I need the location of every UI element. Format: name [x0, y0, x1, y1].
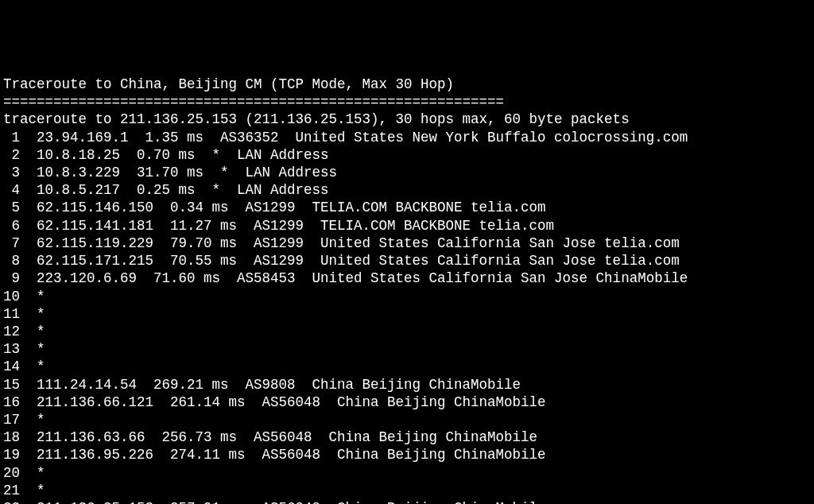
- hop-row: 21 *: [3, 482, 811, 499]
- hop-row: 4 10.8.5.217 0.25 ms * LAN Address: [3, 181, 811, 199]
- hop-row: 14 *: [3, 358, 811, 375]
- hop-row: 5 62.115.146.150 0.34 ms AS1299 TELIA.CO…: [3, 199, 811, 216]
- terminal-output: Traceroute to China, Beijing CM (TCP Mod…: [3, 76, 811, 504]
- trace-title: Traceroute to China, Beijing CM (TCP Mod…: [3, 76, 811, 93]
- hop-row: 16 211.136.66.121 261.14 ms AS56048 Chin…: [3, 394, 811, 411]
- hop-row: 7 62.115.119.229 79.70 ms AS1299 United …: [3, 235, 811, 252]
- hop-row: 10 *: [3, 288, 811, 305]
- hop-row: 6 62.115.141.181 11.27 ms AS1299 TELIA.C…: [3, 217, 811, 235]
- hop-row: 12 *: [3, 323, 811, 340]
- hop-row: 9 223.120.6.69 71.60 ms AS58453 United S…: [3, 269, 811, 287]
- hop-row: 2 10.8.18.25 0.70 ms * LAN Address: [3, 146, 811, 164]
- hop-row: 15 111.24.14.54 269.21 ms AS9808 China B…: [3, 376, 811, 394]
- hop-row: 22 211.136.25.153 257.91 ms AS56048 Chin…: [3, 499, 811, 504]
- hop-row: 18 211.136.63.66 256.73 ms AS56048 China…: [3, 428, 811, 446]
- trace-intro: traceroute to 211.136.25.153 (211.136.25…: [3, 110, 811, 128]
- hop-row: 11 *: [3, 305, 811, 323]
- hop-row: 1 23.94.169.1 1.35 ms AS36352 United Sta…: [3, 129, 811, 146]
- divider-line: ========================================…: [3, 93, 811, 110]
- hop-row: 19 211.136.95.226 274.11 ms AS56048 Chin…: [3, 446, 811, 463]
- hop-row: 20 *: [3, 464, 811, 482]
- hop-row: 13 *: [3, 340, 811, 358]
- hop-row: 17 *: [3, 411, 811, 428]
- hop-row: 3 10.8.3.229 31.70 ms * LAN Address: [3, 164, 811, 181]
- hops-container: 1 23.94.169.1 1.35 ms AS36352 United Sta…: [3, 129, 811, 504]
- hop-row: 8 62.115.171.215 70.55 ms AS1299 United …: [3, 252, 811, 269]
